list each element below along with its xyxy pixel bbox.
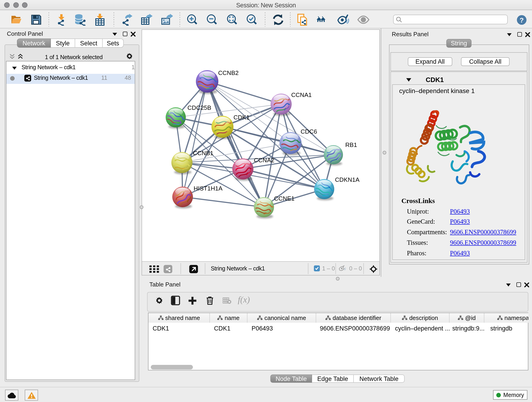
svg-text:CCNB2: CCNB2 (218, 70, 239, 76)
svg-text:CDC6: CDC6 (301, 128, 317, 135)
svg-text:CCNB1: CCNB1 (193, 150, 213, 157)
svg-text:RB1: RB1 (345, 141, 357, 148)
svg-text:CCNA1: CCNA1 (291, 91, 312, 98)
svg-text:HIST1H1A: HIST1H1A (194, 185, 223, 192)
svg-text:CCNE1: CCNE1 (274, 195, 294, 202)
svg-text:CDC25B: CDC25B (187, 104, 211, 111)
svg-text:CDK1: CDK1 (234, 114, 249, 121)
svg-text:CDKN1A: CDKN1A (335, 176, 360, 183)
svg-text:CCNA2: CCNA2 (254, 157, 274, 164)
